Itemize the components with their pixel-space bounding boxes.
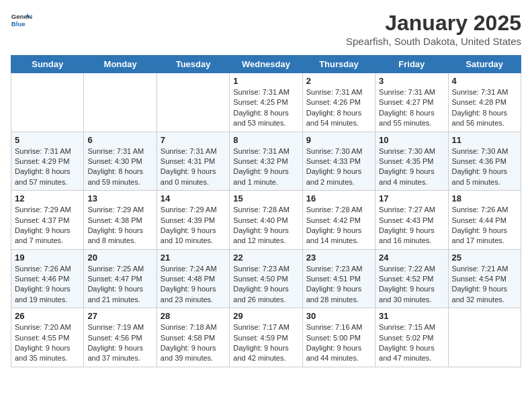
day-details: Sunrise: 7:19 AM Sunset: 4:56 PM Dayligh… [87,322,152,364]
day-number: 13 [87,193,152,203]
day-number: 30 [306,311,371,321]
calendar-week-4: 19Sunrise: 7:26 AM Sunset: 4:46 PM Dayli… [11,249,521,308]
day-details: Sunrise: 7:17 AM Sunset: 4:59 PM Dayligh… [233,322,298,364]
logo-icon: GeneralBlue [11,11,32,32]
month-title: January 2025 [346,11,521,36]
calendar-day: 22Sunrise: 7:23 AM Sunset: 4:50 PM Dayli… [230,249,302,308]
calendar-day [11,73,84,132]
calendar-day: 6Sunrise: 7:31 AM Sunset: 4:30 PM Daylig… [84,132,157,191]
day-header-monday: Monday [84,56,157,73]
day-number: 1 [233,76,298,86]
calendar-day [448,308,521,367]
calendar-day: 18Sunrise: 7:26 AM Sunset: 4:44 PM Dayli… [448,191,521,250]
day-details: Sunrise: 7:31 AM Sunset: 4:26 PM Dayligh… [306,87,371,129]
day-header-saturday: Saturday [448,56,521,73]
calendar-week-1: 1Sunrise: 7:31 AM Sunset: 4:25 PM Daylig… [11,73,521,132]
day-number: 23 [306,253,371,263]
day-number: 31 [379,311,444,321]
day-details: Sunrise: 7:25 AM Sunset: 4:47 PM Dayligh… [87,264,152,306]
day-number: 4 [452,76,517,86]
day-number: 15 [233,193,298,203]
day-number: 24 [379,253,444,263]
calendar-day [157,73,229,132]
calendar-day: 15Sunrise: 7:28 AM Sunset: 4:40 PM Dayli… [230,191,302,250]
day-details: Sunrise: 7:30 AM Sunset: 4:35 PM Dayligh… [379,146,444,188]
day-number: 9 [306,135,371,145]
day-header-sunday: Sunday [11,56,84,73]
day-header-friday: Friday [375,56,448,73]
page-header: GeneralBlue January 2025 Spearfish, Sout… [11,11,521,47]
day-header-wednesday: Wednesday [230,56,302,73]
calendar-day: 2Sunrise: 7:31 AM Sunset: 4:26 PM Daylig… [302,73,375,132]
calendar-day: 19Sunrise: 7:26 AM Sunset: 4:46 PM Dayli… [11,249,84,308]
calendar-day: 13Sunrise: 7:29 AM Sunset: 4:38 PM Dayli… [84,191,157,250]
location: Spearfish, South Dakota, United States [346,36,521,47]
day-details: Sunrise: 7:26 AM Sunset: 4:46 PM Dayligh… [15,264,80,306]
calendar-table: SundayMondayTuesdayWednesdayThursdayFrid… [11,55,521,367]
calendar-day: 25Sunrise: 7:21 AM Sunset: 4:54 PM Dayli… [448,249,521,308]
day-details: Sunrise: 7:30 AM Sunset: 4:33 PM Dayligh… [306,146,371,188]
calendar-week-2: 5Sunrise: 7:31 AM Sunset: 4:29 PM Daylig… [11,132,521,191]
calendar-day: 7Sunrise: 7:31 AM Sunset: 4:31 PM Daylig… [157,132,229,191]
day-number: 7 [161,135,226,145]
calendar-day: 11Sunrise: 7:30 AM Sunset: 4:36 PM Dayli… [448,132,521,191]
day-details: Sunrise: 7:31 AM Sunset: 4:28 PM Dayligh… [452,87,517,129]
calendar-day: 5Sunrise: 7:31 AM Sunset: 4:29 PM Daylig… [11,132,84,191]
day-details: Sunrise: 7:31 AM Sunset: 4:31 PM Dayligh… [161,146,226,188]
title-block: January 2025 Spearfish, South Dakota, Un… [346,11,521,47]
calendar-day: 26Sunrise: 7:20 AM Sunset: 4:55 PM Dayli… [11,308,84,367]
day-number: 28 [161,311,226,321]
day-details: Sunrise: 7:20 AM Sunset: 4:55 PM Dayligh… [15,322,80,364]
day-details: Sunrise: 7:18 AM Sunset: 4:58 PM Dayligh… [161,322,226,364]
calendar-week-3: 12Sunrise: 7:29 AM Sunset: 4:37 PM Dayli… [11,191,521,250]
calendar-day: 10Sunrise: 7:30 AM Sunset: 4:35 PM Dayli… [375,132,448,191]
day-number: 18 [452,193,517,203]
day-number: 2 [306,76,371,86]
day-number: 12 [15,193,80,203]
day-details: Sunrise: 7:23 AM Sunset: 4:51 PM Dayligh… [306,264,371,306]
day-number: 29 [233,311,298,321]
logo: GeneralBlue [11,11,32,32]
calendar-day: 23Sunrise: 7:23 AM Sunset: 4:51 PM Dayli… [302,249,375,308]
day-details: Sunrise: 7:24 AM Sunset: 4:48 PM Dayligh… [161,264,226,306]
day-number: 5 [15,135,80,145]
day-details: Sunrise: 7:15 AM Sunset: 5:02 PM Dayligh… [379,322,444,364]
day-details: Sunrise: 7:27 AM Sunset: 4:43 PM Dayligh… [379,205,444,246]
day-details: Sunrise: 7:29 AM Sunset: 4:37 PM Dayligh… [15,205,80,246]
calendar-day: 8Sunrise: 7:31 AM Sunset: 4:32 PM Daylig… [230,132,302,191]
day-number: 21 [161,253,226,263]
calendar-day: 17Sunrise: 7:27 AM Sunset: 4:43 PM Dayli… [375,191,448,250]
day-number: 27 [87,311,152,321]
calendar-day: 16Sunrise: 7:28 AM Sunset: 4:42 PM Dayli… [302,191,375,250]
day-number: 19 [15,253,80,263]
day-details: Sunrise: 7:26 AM Sunset: 4:44 PM Dayligh… [452,205,517,246]
calendar-day: 21Sunrise: 7:24 AM Sunset: 4:48 PM Dayli… [157,249,229,308]
day-details: Sunrise: 7:31 AM Sunset: 4:30 PM Dayligh… [87,146,152,188]
calendar-day: 30Sunrise: 7:16 AM Sunset: 5:00 PM Dayli… [302,308,375,367]
day-number: 3 [379,76,444,86]
day-details: Sunrise: 7:31 AM Sunset: 4:27 PM Dayligh… [379,87,444,129]
day-number: 6 [87,135,152,145]
calendar-day: 14Sunrise: 7:29 AM Sunset: 4:39 PM Dayli… [157,191,229,250]
day-number: 10 [379,135,444,145]
calendar-day: 24Sunrise: 7:22 AM Sunset: 4:52 PM Dayli… [375,249,448,308]
calendar-day: 29Sunrise: 7:17 AM Sunset: 4:59 PM Dayli… [230,308,302,367]
day-header-thursday: Thursday [302,56,375,73]
day-number: 26 [15,311,80,321]
calendar-header-row: SundayMondayTuesdayWednesdayThursdayFrid… [11,56,521,73]
calendar-day [84,73,157,132]
day-number: 22 [233,253,298,263]
day-details: Sunrise: 7:22 AM Sunset: 4:52 PM Dayligh… [379,264,444,306]
day-number: 11 [452,135,517,145]
calendar-day: 28Sunrise: 7:18 AM Sunset: 4:58 PM Dayli… [157,308,229,367]
day-number: 20 [87,253,152,263]
day-number: 16 [306,193,371,203]
day-details: Sunrise: 7:29 AM Sunset: 4:39 PM Dayligh… [161,205,226,246]
calendar-day: 1Sunrise: 7:31 AM Sunset: 4:25 PM Daylig… [230,73,302,132]
day-details: Sunrise: 7:21 AM Sunset: 4:54 PM Dayligh… [452,264,517,306]
svg-text:Blue: Blue [11,20,26,28]
day-details: Sunrise: 7:16 AM Sunset: 5:00 PM Dayligh… [306,322,371,364]
day-number: 17 [379,193,444,203]
day-details: Sunrise: 7:31 AM Sunset: 4:25 PM Dayligh… [233,87,298,129]
day-details: Sunrise: 7:30 AM Sunset: 4:36 PM Dayligh… [452,146,517,188]
